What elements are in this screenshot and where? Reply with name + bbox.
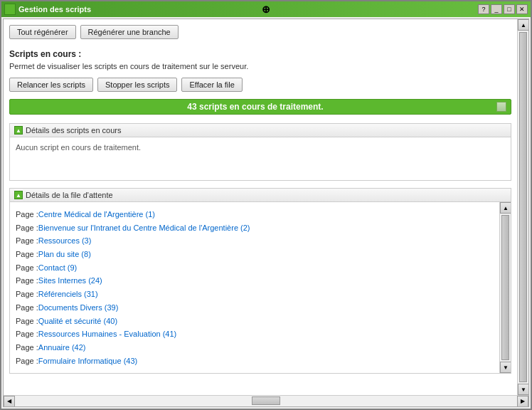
queue-item-link[interactable]: Qualité et sécurité (40) — [38, 315, 117, 328]
main-scroll-up-button[interactable]: ▲ — [518, 19, 528, 31]
scroll-left-button[interactable]: ◀ — [4, 396, 15, 407]
queue-item-link[interactable]: Ressources (3) — [38, 234, 92, 248]
queue-panel-title: Détails de la file d'attente — [26, 191, 113, 199]
list-item: Page : Annuaire (42) — [16, 341, 494, 354]
main-scrollbar-thumb[interactable] — [519, 32, 527, 382]
content-area: Tout régénérer Régénérer une branche Scr… — [3, 19, 529, 407]
progress-text: 43 scripts en cours de traitement. — [14, 102, 496, 112]
queue-item-label: Page : — [16, 248, 38, 261]
collapse-queue-button[interactable]: ▲ — [14, 191, 23, 199]
queue-item-link[interactable]: Formulaire Informatique (43) — [38, 354, 137, 368]
bottom-scrollbar: ◀ ▶ — [4, 395, 528, 406]
regenerate-all-button[interactable]: Tout régénérer — [9, 25, 76, 39]
queue-item-label: Page : — [16, 288, 38, 301]
queue-item-link[interactable]: Centre Médical de l'Argentière (1) — [38, 208, 155, 221]
list-item: Page : Centre Médical de l'Argentière (1… — [16, 208, 494, 221]
scroll-wrapper[interactable]: Tout régénérer Régénérer une branche Scr… — [4, 19, 517, 395]
list-item: Page : Qualité et sécurité (40) — [16, 315, 494, 328]
list-item: Page : Plan du site (8) — [16, 248, 494, 261]
collapse-current-button[interactable]: ▲ — [14, 126, 23, 135]
queue-item-label: Page : — [16, 354, 38, 368]
scripts-section-title: Scripts en cours : — [9, 49, 511, 59]
h-scroll-track — [15, 396, 517, 407]
queue-item-link[interactable]: Documents Divers (39) — [38, 301, 118, 315]
h-scroll-thumb[interactable] — [252, 396, 280, 405]
main-scroll-area: Tout régénérer Régénérer une branche Scr… — [4, 19, 528, 395]
current-scripts-panel: ▲ Détails des scripts en cours Aucun scr… — [9, 123, 511, 181]
queue-item-label: Page : — [16, 301, 38, 315]
action-buttons: Relancer les scripts Stopper les scripts… — [9, 78, 511, 92]
title-bar: Gestion des scripts ⊕ ? _ □ ✕ — [1, 1, 531, 17]
help-button[interactable]: ? — [478, 4, 489, 14]
queue-scroll-down-button[interactable]: ▼ — [500, 362, 511, 373]
title-bar-left: Gestion des scripts — [4, 4, 91, 15]
queue-scroll-up-button[interactable]: ▲ — [500, 202, 511, 214]
queue-item-label: Page : — [16, 341, 38, 354]
clear-queue-button[interactable]: Effacer la file — [181, 78, 242, 92]
toolbar: Tout régénérer Régénérer une branche — [9, 25, 511, 39]
title-bar-buttons: ? _ □ ✕ — [478, 4, 528, 14]
list-item: Page : Contact (9) — [16, 261, 494, 275]
list-item: Page : Ressources (3) — [16, 234, 494, 248]
queue-item-label: Page : — [16, 221, 38, 235]
queue-item-link[interactable]: Plan du site (8) — [38, 248, 91, 261]
current-scripts-empty-text: Aucun script en cours de traitement. — [16, 143, 505, 152]
progress-end-indicator — [496, 102, 506, 112]
window-title: Gestion des scripts — [18, 5, 91, 14]
list-item: Page : Bienvenue sur l'Intranet du Centr… — [16, 221, 494, 235]
queue-item-link[interactable]: Sites Internes (24) — [38, 274, 102, 288]
queue-item-label: Page : — [16, 274, 38, 288]
progress-bar: 43 scripts en cours de traitement. — [9, 99, 511, 115]
main-scroll-down-button[interactable]: ▼ — [518, 384, 528, 395]
queue-content: Page : Centre Médical de l'Argentière (1… — [10, 202, 499, 373]
scroll-right-button[interactable]: ▶ — [517, 396, 528, 407]
queue-panel-inner: Page : Centre Médical de l'Argentière (1… — [10, 202, 511, 373]
main-window: Gestion des scripts ⊕ ? _ □ ✕ Tout régén… — [0, 0, 532, 410]
queue-list: Page : Centre Médical de l'Argentière (1… — [16, 208, 494, 367]
queue-scrollbar-thumb[interactable] — [501, 215, 509, 360]
queue-panel-body: Page : Centre Médical de l'Argentière (1… — [10, 202, 499, 373]
maximize-button[interactable]: □ — [504, 4, 515, 14]
close-button[interactable]: ✕ — [516, 4, 528, 14]
queue-panel: ▲ Détails de la file d'attente Page : Ce… — [9, 188, 511, 374]
queue-item-label: Page : — [16, 234, 38, 248]
queue-item-link[interactable]: Référenciels (31) — [38, 288, 98, 301]
regenerate-branch-button[interactable]: Régénérer une branche — [80, 25, 179, 39]
list-item: Page : Documents Divers (39) — [16, 301, 494, 315]
app-icon — [4, 4, 16, 15]
minimize-button[interactable]: _ — [491, 4, 502, 14]
restart-scripts-button[interactable]: Relancer les scripts — [9, 78, 93, 92]
scripts-section-desc: Permet de visualiser les scripts en cour… — [9, 62, 511, 70]
main-right-scrollbar: ▲ ▼ — [517, 19, 528, 395]
queue-item-link[interactable]: Ressources Humaines - Evaluation (41) — [38, 327, 176, 341]
queue-item-link[interactable]: Bienvenue sur l'Intranet du Centre Médic… — [38, 221, 250, 235]
scripts-section: Scripts en cours : Permet de visualiser … — [9, 49, 511, 92]
queue-item-label: Page : — [16, 315, 38, 328]
queue-item-link[interactable]: Annuaire (42) — [38, 341, 86, 354]
queue-item-label: Page : — [16, 327, 38, 341]
queue-item-label: Page : — [16, 208, 38, 221]
list-item: Page : Sites Internes (24) — [16, 274, 494, 288]
list-item: Page : Formulaire Informatique (43) — [16, 354, 494, 368]
queue-item-link[interactable]: Contact (9) — [38, 261, 77, 275]
move-cursor: ⊕ — [262, 4, 270, 15]
list-item: Page : Référenciels (31) — [16, 288, 494, 301]
queue-scrollbar: ▲ ▼ — [499, 202, 511, 373]
stop-scripts-button[interactable]: Stopper les scripts — [97, 78, 177, 92]
current-scripts-panel-header: ▲ Détails des scripts en cours — [10, 124, 511, 137]
current-scripts-panel-title: Détails des scripts en cours — [26, 126, 122, 135]
list-item: Page : Ressources Humaines - Evaluation … — [16, 327, 494, 341]
queue-panel-header: ▲ Détails de la file d'attente — [10, 189, 511, 202]
queue-item-label: Page : — [16, 261, 38, 275]
current-scripts-panel-body: Aucun script en cours de traitement. — [10, 137, 511, 180]
